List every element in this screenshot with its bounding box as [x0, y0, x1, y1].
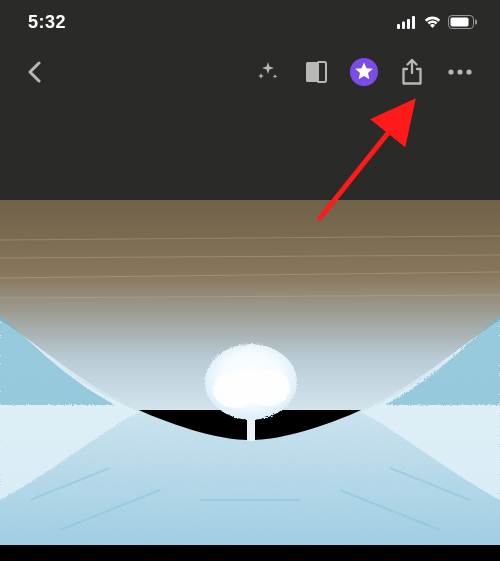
svg-rect-3: [412, 16, 415, 29]
svg-point-22: [246, 370, 290, 406]
empty-header-space: [0, 100, 500, 200]
toolbar: [0, 44, 500, 100]
svg-point-11: [448, 69, 453, 74]
cellular-icon: [397, 16, 417, 29]
svg-point-13: [466, 69, 471, 74]
back-button[interactable]: [16, 54, 52, 90]
wand-sparkle-icon: [255, 59, 281, 85]
share-icon: [399, 58, 425, 86]
svg-rect-1: [402, 21, 405, 29]
status-time: 5:32: [28, 12, 66, 33]
auto-enhance-button[interactable]: [244, 50, 292, 94]
filters-button[interactable]: [292, 50, 340, 94]
share-button[interactable]: [388, 50, 436, 94]
wifi-icon: [423, 15, 442, 29]
status-bar: 5:32: [0, 0, 500, 44]
bottom-bar-space: [0, 545, 500, 561]
svg-rect-2: [407, 19, 410, 29]
svg-rect-6: [475, 20, 477, 25]
ellipsis-icon: [447, 68, 473, 76]
status-indicators: [397, 15, 478, 29]
more-button[interactable]: [436, 50, 484, 94]
svg-point-12: [457, 69, 462, 74]
filters-icon: [303, 59, 329, 85]
battery-icon: [448, 15, 478, 29]
photo-viewer[interactable]: [0, 200, 500, 545]
svg-rect-0: [397, 24, 400, 29]
star-icon: [349, 57, 379, 87]
svg-rect-5: [451, 18, 469, 27]
chevron-left-icon: [27, 61, 41, 83]
photo-image: [0, 200, 500, 545]
favorite-button[interactable]: [340, 50, 388, 94]
